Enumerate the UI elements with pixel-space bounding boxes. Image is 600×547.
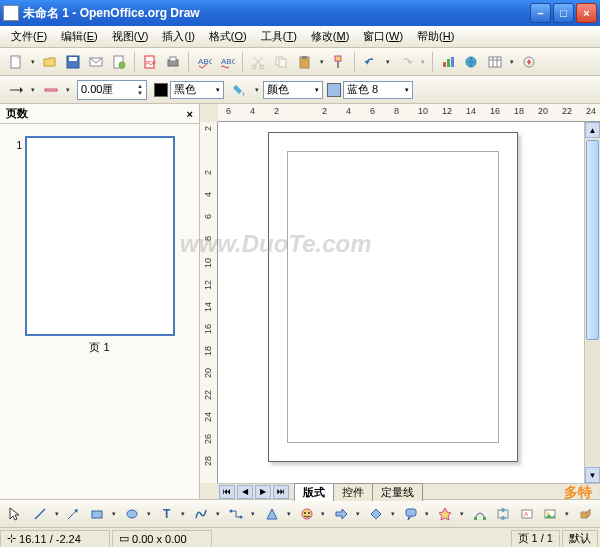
svg-text:A: A [524, 511, 528, 517]
edit-points-tool[interactable] [469, 503, 491, 525]
fill-color-swatch [327, 83, 341, 97]
arrow-line-tool[interactable] [63, 503, 85, 525]
spellcheck-button[interactable]: ABC [193, 51, 215, 73]
svg-point-40 [308, 512, 310, 514]
select-tool[interactable] [4, 503, 26, 525]
stars-tool[interactable] [433, 503, 467, 525]
menu-tools[interactable]: 工具(T) [254, 27, 304, 46]
maximize-button[interactable]: □ [553, 3, 574, 23]
status-bar: ⊹ 16.11 / -2.24 ▭ 0.00 x 0.00 页 1 / 1 默认 [0, 527, 600, 547]
menu-window[interactable]: 窗口(W) [356, 27, 410, 46]
menu-help[interactable]: 帮助(H) [410, 27, 461, 46]
vertical-scroll-thumb[interactable] [586, 140, 599, 340]
fill-color-control[interactable]: 蓝色 8▾ [324, 79, 416, 101]
hyperlink-button[interactable] [460, 51, 482, 73]
prev-tab-button[interactable]: ◀ [237, 485, 253, 499]
minimize-button[interactable]: – [530, 3, 551, 23]
from-file-tool[interactable] [538, 503, 572, 525]
extrusion-tool[interactable] [574, 503, 596, 525]
menu-file[interactable]: 文件(F) [4, 27, 54, 46]
callout-tool[interactable] [399, 503, 433, 525]
insert-table-button[interactable] [483, 51, 517, 73]
block-arrows-tool[interactable] [329, 503, 363, 525]
tab-layout[interactable]: 版式 [294, 483, 334, 501]
email-button[interactable] [85, 51, 107, 73]
next-tab-button[interactable]: ▶ [255, 485, 271, 499]
symbol-shapes-tool[interactable] [295, 503, 329, 525]
svg-point-34 [127, 510, 137, 518]
layer-tabs: 版式 控件 定量线 [294, 483, 422, 501]
line-style-button[interactable] [39, 79, 73, 101]
ellipse-tool[interactable] [120, 503, 154, 525]
vertical-ruler[interactable]: 2246810121416182022242628 [200, 122, 218, 483]
svg-rect-20 [443, 62, 446, 67]
menu-format[interactable]: 格式(O) [202, 27, 254, 46]
fill-type-button[interactable] [228, 79, 262, 101]
flowchart-tool[interactable] [364, 503, 398, 525]
status-level: 默认 [562, 530, 598, 548]
arrow-style-button[interactable] [4, 79, 38, 101]
print-button[interactable] [162, 51, 184, 73]
basic-shapes-tool[interactable] [260, 503, 294, 525]
page-thumbnail[interactable]: 1 [25, 136, 175, 336]
connector-tool[interactable] [224, 503, 258, 525]
redo-button[interactable] [394, 51, 428, 73]
fill-type-dropdown[interactable]: 颜色▾ [263, 81, 323, 99]
paste-button[interactable] [293, 51, 327, 73]
first-tab-button[interactable]: ⏮ [219, 485, 235, 499]
last-tab-button[interactable]: ⏭ [273, 485, 289, 499]
status-size: ▭ 0.00 x 0.00 [112, 530, 212, 548]
navigator-button[interactable] [518, 51, 540, 73]
format-paintbrush-button[interactable] [328, 51, 350, 73]
vertical-scrollbar[interactable]: ▲ ▼ [584, 122, 600, 483]
line-color-dropdown[interactable]: 黑色▾ [170, 81, 224, 99]
svg-rect-15 [279, 59, 286, 67]
app-icon [3, 5, 19, 21]
horizontal-ruler[interactable]: 64224681012141618202224 [218, 104, 600, 122]
text-tool[interactable]: T [155, 503, 189, 525]
width-spinner[interactable]: ▲▼ [137, 83, 143, 97]
svg-point-45 [501, 508, 505, 512]
export-pdf-button[interactable]: PDF [139, 51, 161, 73]
gluepoints-tool[interactable] [492, 503, 514, 525]
auto-spellcheck-button[interactable]: ABC [216, 51, 238, 73]
open-button[interactable] [39, 51, 61, 73]
page-thumbnail-label: 页 1 [89, 336, 109, 359]
menu-view[interactable]: 视图(V) [105, 27, 156, 46]
line-color-control[interactable]: 黑色▾ [151, 79, 227, 101]
status-page: 页 1 / 1 [511, 530, 560, 548]
undo-button[interactable] [359, 51, 393, 73]
menu-insert[interactable]: 插入(I) [155, 27, 201, 46]
drawing-canvas[interactable] [218, 122, 584, 483]
line-tool[interactable] [28, 503, 62, 525]
line-width-input[interactable]: 0.00厘 ▲▼ [77, 80, 147, 100]
svg-rect-9 [170, 57, 176, 61]
toolbar-line-fill: 0.00厘 ▲▼ 黑色▾ 颜色▾ 蓝色 8▾ [0, 76, 600, 104]
menu-modify[interactable]: 修改(M) [304, 27, 357, 46]
panel-close-button[interactable]: × [187, 108, 193, 120]
menu-bar: 文件(F) 编辑(E) 视图(V) 插入(I) 格式(O) 工具(T) 修改(M… [0, 26, 600, 48]
svg-rect-33 [92, 511, 102, 518]
scroll-down-button[interactable]: ▼ [585, 467, 600, 483]
svg-line-32 [68, 511, 76, 519]
close-button[interactable]: × [576, 3, 597, 23]
fill-color-dropdown[interactable]: 蓝色 8▾ [343, 81, 413, 99]
scroll-up-button[interactable]: ▲ [585, 122, 600, 138]
svg-rect-17 [302, 56, 307, 59]
copy-button[interactable] [270, 51, 292, 73]
rectangle-tool[interactable] [85, 503, 119, 525]
svg-rect-43 [483, 517, 486, 520]
window-title: 未命名 1 - OpenOffice.org Draw [23, 5, 530, 22]
new-button[interactable] [4, 51, 38, 73]
chart-button[interactable] [437, 51, 459, 73]
svg-rect-30 [45, 89, 57, 91]
menu-edit[interactable]: 编辑(E) [54, 27, 105, 46]
cut-button[interactable] [247, 51, 269, 73]
curve-tool[interactable] [189, 503, 223, 525]
tab-dimlines[interactable]: 定量线 [372, 483, 423, 501]
fontwork-tool[interactable]: A [516, 503, 538, 525]
save-button[interactable] [62, 51, 84, 73]
svg-point-39 [304, 512, 306, 514]
document-properties-button[interactable] [108, 51, 130, 73]
tab-controls[interactable]: 控件 [333, 483, 373, 501]
